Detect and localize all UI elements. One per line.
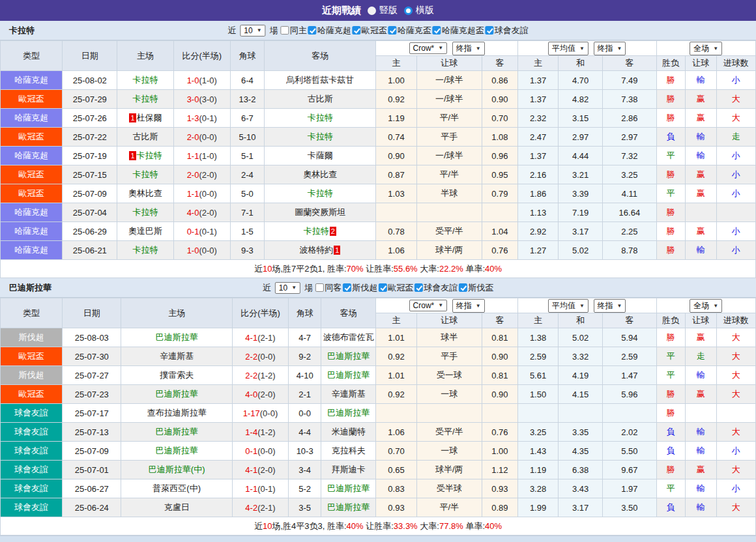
score: 2-0(2-0) bbox=[173, 165, 230, 184]
avg-home-odds: 1.43 bbox=[517, 442, 558, 461]
result-goals: 小 bbox=[716, 222, 755, 241]
filter-option-歐冠盃[interactable]: 歐冠盃 bbox=[379, 282, 413, 294]
avg-away-odds: 7.38 bbox=[603, 90, 656, 109]
scope-select[interactable]: 全场▼ bbox=[690, 299, 722, 313]
radio-selected-icon[interactable] bbox=[404, 7, 413, 15]
chevron-down-icon: ▼ bbox=[617, 303, 622, 309]
opponent-team: 克盧日 bbox=[164, 502, 190, 512]
focus-team: 巴迪斯拉華 bbox=[327, 483, 370, 493]
col-header-date: 日期 bbox=[63, 298, 121, 328]
checkbox-checked-icon[interactable] bbox=[353, 26, 361, 35]
handicap-away-odds: 0.81 bbox=[482, 328, 517, 347]
col-header-corner: 角球 bbox=[289, 298, 321, 328]
page: 近期戰績 豎版 橫版 卡拉特 近 10 ▼ 場 同主哈薩克超歐冠盃哈薩克盃哈薩克… bbox=[0, 0, 756, 542]
layout-horizontal-option[interactable]: 橫版 bbox=[404, 5, 434, 16]
handicap-home-odds: 0.83 bbox=[376, 479, 416, 498]
filter-option-歐冠盃[interactable]: 歐冠盃 bbox=[353, 25, 387, 36]
score: 4-0(2-0) bbox=[232, 385, 288, 404]
match-row: 哈薩克超25-08-02卡拉特1-0(1-0)6-4烏利塔哲茲卡茲甘1.00一/… bbox=[1, 71, 756, 90]
result-outcome: 勝 bbox=[656, 404, 685, 423]
handicap-away-odds: 0.86 bbox=[482, 71, 517, 90]
avg-home-odds: 1.50 bbox=[517, 385, 558, 404]
filter-option-斯伐超[interactable]: 斯伐超 bbox=[343, 282, 377, 294]
handicap-select-cell: Crow*▼ 终指▼ bbox=[376, 41, 518, 56]
corner-score: 2-1 bbox=[289, 385, 321, 404]
scope-select[interactable]: 全场▼ bbox=[690, 42, 722, 55]
bookmaker-select[interactable]: Crow*▼ bbox=[409, 42, 448, 54]
checkbox-checked-icon[interactable] bbox=[486, 26, 494, 35]
score: 4-2(2-1) bbox=[232, 498, 288, 517]
col-header-away: 客场 bbox=[321, 298, 376, 328]
final-odds-select[interactable]: 终指▼ bbox=[452, 299, 485, 313]
result-handicap: 輸 bbox=[685, 71, 716, 90]
filter-option-哈薩克盃[interactable]: 哈薩克盃 bbox=[388, 25, 431, 36]
match-date: 25-06-29 bbox=[63, 222, 117, 241]
focus-team: 巴迪斯拉華 bbox=[327, 502, 370, 512]
summary-text: 近10场,胜7平2负1, 胜率:70% 让胜率:55.6% 大率:22.2% 单… bbox=[254, 264, 502, 274]
checkbox-checked-icon[interactable] bbox=[308, 26, 317, 35]
final-odds-select[interactable]: 终指▼ bbox=[594, 42, 626, 55]
final-odds-select[interactable]: 终指▼ bbox=[452, 42, 485, 55]
fulltime-score: 1-17 bbox=[243, 408, 260, 418]
home-team: 巴迪斯拉華 bbox=[121, 423, 232, 442]
checkbox-checked-icon[interactable] bbox=[459, 283, 467, 292]
checkbox-unchecked-icon[interactable] bbox=[281, 26, 289, 35]
away-team: 波德布雷佐瓦 bbox=[321, 328, 376, 347]
avg-away-odds: 9.67 bbox=[603, 461, 656, 479]
radio-unselected-icon[interactable] bbox=[368, 7, 376, 15]
average-select[interactable]: 平均值▼ bbox=[548, 42, 589, 55]
opponent-team: 撲雷索夫 bbox=[160, 370, 194, 380]
handicap-line: 平/半 bbox=[416, 498, 482, 517]
layout-vertical-option[interactable]: 豎版 bbox=[368, 5, 398, 16]
handicap-line: 球半 bbox=[416, 328, 482, 347]
home-team: 卡拉特 bbox=[117, 90, 173, 109]
subcol-avg-away: 客 bbox=[603, 313, 656, 328]
match-date: 25-07-30 bbox=[63, 347, 121, 366]
recent-count-select[interactable]: 10 ▼ bbox=[240, 25, 265, 36]
checkbox-checked-icon[interactable] bbox=[414, 283, 423, 292]
fulltime-score: 4-2 bbox=[245, 503, 257, 513]
col-header-score: 比分(半场) bbox=[173, 41, 230, 71]
page-title: 近期戰績 bbox=[322, 5, 361, 17]
focus-team: 巴迪斯拉華 bbox=[156, 427, 198, 436]
filter-bar: 近 10 ▼ 場 同客斯伐超歐冠盃球會友誼斯伐盃 bbox=[263, 282, 493, 294]
select-value: 终指 bbox=[456, 300, 472, 311]
subcol-avg-home: 主 bbox=[517, 313, 558, 328]
opponent-team: 古比斯 bbox=[308, 94, 333, 104]
filter-option-球會友誼[interactable]: 球會友誼 bbox=[414, 282, 458, 294]
bookmaker-select[interactable]: Crow*▼ bbox=[409, 300, 448, 311]
result-handicap: 輸 bbox=[685, 498, 716, 517]
col-header-score: 比分(半场) bbox=[232, 298, 288, 328]
focus-team: 巴迪斯拉華 bbox=[156, 389, 198, 399]
filter-option-斯伐盃[interactable]: 斯伐盃 bbox=[459, 282, 493, 294]
away-team: 奧林比查 bbox=[264, 165, 375, 184]
average-select[interactable]: 平均值▼ bbox=[548, 299, 589, 313]
chevron-down-icon: ▼ bbox=[617, 46, 622, 51]
corner-score: 5-0 bbox=[230, 184, 264, 203]
team-name: 巴迪斯拉華 bbox=[9, 282, 51, 294]
handicap-line: 一/球半 bbox=[416, 90, 482, 109]
checkbox-unchecked-icon[interactable] bbox=[315, 283, 324, 292]
filter-option-同客[interactable]: 同客 bbox=[315, 282, 342, 294]
checkbox-checked-icon[interactable] bbox=[343, 283, 351, 292]
filter-option-球會友誼[interactable]: 球會友誼 bbox=[486, 25, 529, 36]
handicap-line: 受一球 bbox=[416, 366, 482, 385]
filter-option-哈薩克超盃[interactable]: 哈薩克超盃 bbox=[433, 25, 484, 36]
final-odds-select[interactable]: 终指▼ bbox=[594, 299, 626, 313]
opponent-team: 奧達巴斯 bbox=[128, 226, 162, 236]
avg-home-odds: 1.13 bbox=[517, 203, 558, 222]
match-row: 歐冠盃25-07-29卡拉特3-0(3-0)13-2古比斯0.92一/球半0.9… bbox=[1, 90, 756, 109]
recent-count-select[interactable]: 10 ▼ bbox=[275, 282, 300, 294]
match-row: 球會友誼25-06-27普萊西亞(中)1-1(0-1)5-2巴迪斯拉華0.83受… bbox=[1, 479, 756, 498]
score: 2-2(1-2) bbox=[232, 366, 288, 385]
result-handicap: 輸 bbox=[685, 442, 716, 461]
checkbox-checked-icon[interactable] bbox=[433, 26, 441, 35]
checkbox-checked-icon[interactable] bbox=[379, 283, 387, 292]
result-goals bbox=[716, 203, 755, 222]
halftime-score: (0-1) bbox=[199, 113, 216, 123]
filter-label: 球會友誼 bbox=[424, 282, 458, 294]
filter-option-同主[interactable]: 同主 bbox=[281, 25, 307, 36]
checkbox-checked-icon[interactable] bbox=[388, 26, 397, 35]
filter-option-哈薩克超[interactable]: 哈薩克超 bbox=[308, 25, 351, 36]
avg-home-odds: 2.47 bbox=[517, 128, 558, 147]
